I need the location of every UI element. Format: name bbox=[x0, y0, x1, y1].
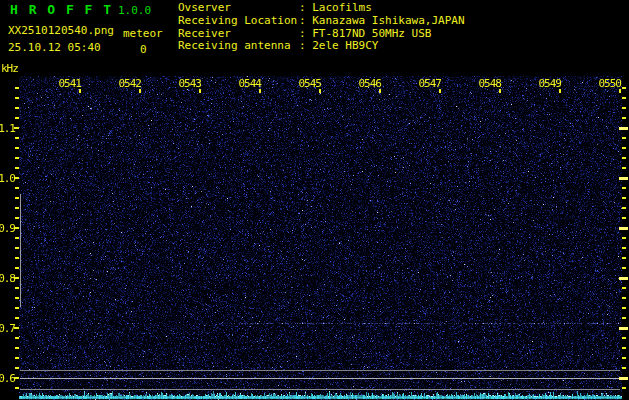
info-value: : Lacofilms bbox=[299, 1, 372, 14]
freq-tick-right bbox=[622, 267, 626, 269]
freq-tick-right bbox=[622, 187, 626, 189]
freq-tick-label: 0.8 bbox=[0, 272, 15, 285]
freq-tick-right bbox=[622, 207, 626, 209]
freq-tick-right bbox=[622, 247, 626, 249]
time-tick bbox=[139, 89, 141, 93]
info-label: Receiving Location bbox=[178, 15, 299, 28]
output-filename: XX2510120540.png bbox=[8, 25, 114, 36]
freq-tick-right bbox=[622, 367, 626, 369]
freq-tick-right bbox=[622, 97, 626, 99]
freq-tick-right bbox=[622, 287, 626, 289]
timestamp-label: 25.10.12 05:40 bbox=[8, 42, 101, 53]
time-tick bbox=[259, 89, 261, 93]
freq-tick-right bbox=[622, 167, 626, 169]
time-tick bbox=[439, 89, 441, 93]
time-tick-label: 0547 bbox=[419, 77, 442, 90]
time-tick bbox=[619, 89, 621, 93]
freq-tick-right bbox=[622, 387, 626, 389]
time-tick bbox=[79, 89, 81, 93]
time-tick-label: 0542 bbox=[119, 77, 142, 90]
info-value: : Kanazawa Ishikawa,JAPAN bbox=[299, 14, 465, 27]
freq-tick-right bbox=[622, 157, 626, 159]
freq-tick-right bbox=[622, 147, 626, 149]
info-value: : FT-817ND 50MHz USB bbox=[299, 27, 431, 40]
time-tick-label: 0545 bbox=[299, 77, 322, 90]
time-tick bbox=[559, 89, 561, 93]
info-label: Receiving antenna bbox=[178, 40, 299, 53]
spectrogram-canvas bbox=[19, 76, 622, 400]
app-title: H R O F F T bbox=[10, 3, 113, 16]
freq-tick-right bbox=[622, 197, 626, 199]
freq-tick-right bbox=[622, 347, 626, 349]
freq-tick-label: 1.0 bbox=[0, 172, 15, 185]
freq-tick-label: 0.7 bbox=[0, 322, 15, 335]
freq-tick-right bbox=[622, 297, 626, 299]
time-tick bbox=[499, 89, 501, 93]
time-tick bbox=[199, 89, 201, 93]
time-tick-label: 0549 bbox=[539, 77, 562, 90]
time-tick bbox=[379, 89, 381, 93]
info-label: Ovserver bbox=[178, 2, 299, 15]
freq-tick-right bbox=[622, 317, 626, 319]
freq-tick-right bbox=[622, 117, 626, 119]
app-version: 1.0.0 bbox=[118, 5, 151, 16]
hrofft-window: H R O F F T 1.0.0 XX2510120540.png meteo… bbox=[0, 0, 629, 400]
freq-tick-right bbox=[622, 87, 626, 89]
freq-tick-label: 0.9 bbox=[0, 222, 15, 235]
time-tick bbox=[319, 89, 321, 93]
freq-tick-right bbox=[622, 357, 626, 359]
time-tick-label: 0548 bbox=[479, 77, 502, 90]
khz-axis-label: kHz bbox=[1, 62, 18, 75]
freq-tick-label: 0.6 bbox=[0, 372, 15, 385]
info-row: Receiving antenna: 2ele HB9CY bbox=[178, 40, 465, 53]
time-tick-label: 0543 bbox=[179, 77, 202, 90]
freq-tick-right bbox=[622, 337, 626, 339]
spectrogram-plot: 0541054205430544054505460547054805490550 bbox=[19, 76, 622, 400]
time-tick-label: 0546 bbox=[359, 77, 382, 90]
freq-tick-right bbox=[622, 107, 626, 109]
time-tick-label: 0550 bbox=[599, 77, 622, 90]
info-value: : 2ele HB9CY bbox=[299, 39, 378, 52]
freq-tick-right bbox=[622, 257, 626, 259]
freq-tick-right bbox=[622, 137, 626, 139]
freq-tick-right bbox=[622, 217, 626, 219]
freq-tick-label: 1.1 bbox=[0, 122, 15, 135]
mode-label: meteor bbox=[123, 28, 163, 39]
time-tick-label: 0541 bbox=[59, 77, 82, 90]
time-tick-label: 0544 bbox=[239, 77, 262, 90]
meteor-count: 0 bbox=[140, 44, 147, 55]
station-info-panel: Ovserver: LacofilmsReceiving Location: K… bbox=[178, 2, 465, 53]
freq-tick-right bbox=[622, 307, 626, 309]
freq-tick-right bbox=[622, 237, 626, 239]
